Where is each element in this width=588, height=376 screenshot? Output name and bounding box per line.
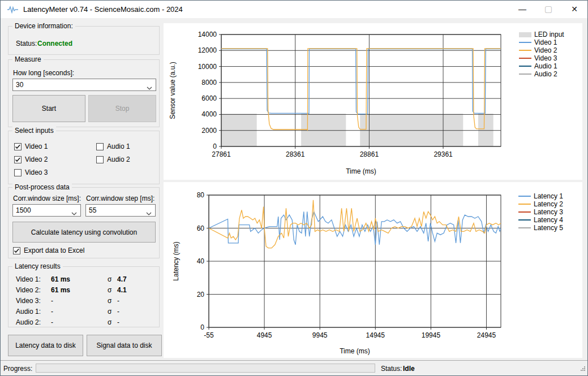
y-tick-label: 80 <box>197 191 205 199</box>
input-checkbox-video-1[interactable]: Video 1 <box>14 142 48 150</box>
chevron-down-icon <box>147 84 152 92</box>
series-video-1 <box>221 49 501 114</box>
legend-label: Latency 2 <box>534 200 563 208</box>
input-checkbox-video-2[interactable]: Video 2 <box>14 155 48 163</box>
y-tick-label: 60 <box>197 224 205 232</box>
input-checkbox-audio-2[interactable]: Audio 2 <box>96 155 130 163</box>
y-tick-label: 14000 <box>198 31 217 38</box>
export-excel-checkbox[interactable]: Export data to Excel <box>13 247 84 254</box>
result-sigma-value: - <box>117 308 119 316</box>
corr-window-size-label: Corr.window size [ms]: <box>13 195 81 202</box>
input-checkbox-label: Video 3 <box>25 168 48 176</box>
x-tick-label: 19945 <box>422 331 441 339</box>
legend-line-swatch <box>518 196 531 197</box>
corr-window-step-combobox[interactable]: 55 <box>85 204 156 217</box>
input-checkbox-video-3[interactable]: Video 3 <box>14 168 48 176</box>
progress-label: Progress: <box>3 365 32 373</box>
legend-label: Latency 1 <box>534 192 563 200</box>
checkbox-empty <box>96 143 104 150</box>
legend-label: Video 1 <box>534 38 557 46</box>
x-tick-label: 4945 <box>257 331 272 339</box>
status-label: Status: <box>16 40 37 47</box>
checkbox-check-icon <box>14 143 22 150</box>
legend-line-swatch <box>519 50 531 51</box>
corr-window-size-combobox[interactable]: 1500 <box>12 204 81 217</box>
legend-line-swatch <box>518 204 531 205</box>
y-tick-label: 40 <box>197 257 205 265</box>
result-channel-label: Audio 1: <box>16 308 41 316</box>
measure-group: Measure How long [seconds]: 30 Start Sto… <box>8 59 160 127</box>
duration-value: 30 <box>16 81 23 89</box>
legend-item-video-1: Video 1 <box>519 38 564 46</box>
legend-area-swatch <box>519 32 531 37</box>
result-latency-value: 61 ms <box>51 275 70 283</box>
corr-window-step-value: 55 <box>89 206 96 214</box>
progress-bar <box>36 364 375 373</box>
sigma-symbol: σ <box>108 308 111 316</box>
legend-label: Video 3 <box>534 54 557 62</box>
x-tick-label: 28861 <box>360 150 379 158</box>
latency-results-group-label: Latency results <box>12 262 63 270</box>
signal-data-to-disk-button[interactable]: Signal data to disk <box>87 335 162 356</box>
y-tick-label: 0 <box>200 323 204 331</box>
minimize-button[interactable]: — <box>509 1 535 18</box>
y-axis-label: Sensor value (a.u.) <box>169 62 177 119</box>
calculate-latency-button[interactable]: Calculate latency using convolution <box>12 222 156 243</box>
legend-item-video-3: Video 3 <box>519 54 564 62</box>
result-sigma-value: 4.1 <box>117 286 127 294</box>
corr-window-size-value: 1500 <box>16 206 31 214</box>
legend-item-audio-2: Audio 2 <box>519 70 564 78</box>
latency-results-group: Latency results Video 1:61 msσ4.7Video 2… <box>8 266 160 327</box>
result-sigma-value: 4.7 <box>117 275 127 283</box>
latency-data-to-disk-button[interactable]: Latency data to disk <box>8 335 83 356</box>
x-tick-label: 24945 <box>477 331 496 339</box>
sigma-symbol: σ <box>108 275 111 283</box>
series-latency-2 <box>209 200 501 248</box>
result-channel-label: Video 3: <box>16 297 41 305</box>
duration-label: How long [seconds]: <box>13 69 74 77</box>
post-process-group-label: Post-process data <box>12 183 72 191</box>
y-tick-label: 12000 <box>198 46 217 54</box>
export-excel-label: Export data to Excel <box>24 247 84 254</box>
y-tick-label: 8000 <box>201 79 217 87</box>
title-bar[interactable]: LatencyMeter v0.74 - ScienceMosaic.com -… <box>1 1 587 18</box>
legend-label: Video 2 <box>534 46 557 54</box>
maximize-button[interactable]: ▢ <box>535 1 561 18</box>
result-latency-value: 61 ms <box>51 286 70 294</box>
result-latency-value: - <box>51 308 53 316</box>
legend-label: LED input <box>534 31 564 38</box>
input-checkbox-audio-1[interactable]: Audio 1 <box>96 142 130 150</box>
select-inputs-group-label: Select inputs <box>12 127 56 135</box>
legend-line-swatch <box>519 42 531 43</box>
legend-item-latency-3: Latency 3 <box>518 208 563 216</box>
result-latency-value: - <box>51 318 53 326</box>
y-tick-label: 10000 <box>198 63 217 71</box>
legend-item-latency-5: Latency 5 <box>518 224 563 232</box>
legend-item-video-2: Video 2 <box>519 46 564 54</box>
close-button[interactable]: ✕ <box>561 1 587 18</box>
checkbox-empty <box>14 169 22 176</box>
window-title: LatencyMeter v0.74 - ScienceMosaic.com -… <box>23 5 183 14</box>
legend-line-swatch <box>519 66 531 67</box>
sigma-symbol: σ <box>108 297 111 305</box>
start-button[interactable]: Start <box>12 95 85 122</box>
result-latency-value: - <box>51 297 53 305</box>
stop-button[interactable]: Stop <box>88 95 156 122</box>
result-sigma-value: - <box>117 297 119 305</box>
chevron-down-icon <box>146 209 152 217</box>
duration-combobox[interactable]: 30 <box>12 79 156 91</box>
y-tick-label: 0 <box>213 142 217 150</box>
status-bar: Progress: Status: Idle <box>1 360 587 375</box>
resize-grip-icon[interactable] <box>580 364 586 374</box>
x-tick-label: 29361 <box>434 150 453 158</box>
x-tick-label: 28361 <box>286 150 305 158</box>
legend-item-latency-2: Latency 2 <box>518 200 563 208</box>
input-checkbox-label: Video 2 <box>25 155 48 163</box>
chevron-down-icon <box>71 209 77 217</box>
device-info-group: Device information: Status: Connected <box>8 26 160 55</box>
checkbox-empty <box>96 156 104 163</box>
legend-label: Latency 3 <box>534 208 563 216</box>
input-checkbox-label: Video 1 <box>25 142 48 150</box>
x-axis-label: Time (ms) <box>346 167 376 175</box>
x-tick-label: 14945 <box>366 331 385 339</box>
